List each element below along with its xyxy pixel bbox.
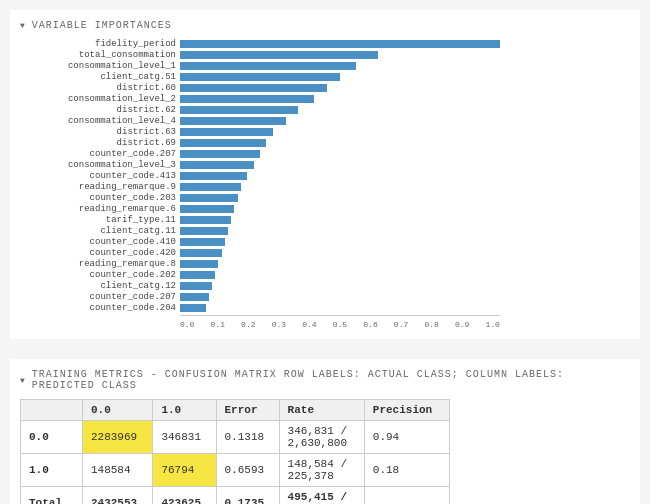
cell-precision: 0.94 xyxy=(364,421,449,454)
bar-fill xyxy=(180,282,212,290)
cell-10: 346831 xyxy=(153,421,216,454)
bar-row: counter_code.207 xyxy=(180,149,630,159)
bar-label: counter_code.204 xyxy=(20,303,180,313)
variable-importances-section: VARIABLE IMPORTANCES fidelity_periodtota… xyxy=(10,10,640,339)
x-axis-label: 0.5 xyxy=(333,320,347,329)
bar-fill xyxy=(180,106,298,114)
cell-rate: 148,584 /225,378 xyxy=(279,454,364,487)
bar-fill xyxy=(180,172,247,180)
training-metrics-title: TRAINING METRICS - CONFUSION MATRIX ROW … xyxy=(20,369,630,391)
bar-label: client_catg.12 xyxy=(20,281,180,291)
bar-row: client_catg.11 xyxy=(180,226,630,236)
bar-fill xyxy=(180,161,254,169)
row-label: 0.0 xyxy=(21,421,83,454)
x-axis-label: 0.4 xyxy=(302,320,316,329)
bar-fill xyxy=(180,139,266,147)
bar-fill xyxy=(180,84,327,92)
bar-label: counter_code.202 xyxy=(20,270,180,280)
table-row: 0.022839693468310.1318346,831 /2,630,800… xyxy=(21,421,450,454)
row-label: 1.0 xyxy=(21,454,83,487)
bar-label: counter_code.207 xyxy=(20,292,180,302)
cell-00: 148584 xyxy=(82,454,152,487)
bar-row: district.69 xyxy=(180,138,630,148)
bar-label: counter_code.410 xyxy=(20,237,180,247)
cell-rate: 346,831 /2,630,800 xyxy=(279,421,364,454)
cell-precision: 0.18 xyxy=(364,454,449,487)
table-row: Total24325534236250.1735495,415 /2,856,1… xyxy=(21,487,450,505)
x-axis-label: 0.6 xyxy=(363,320,377,329)
bar-row: counter_code.410 xyxy=(180,237,630,247)
cell-precision xyxy=(364,487,449,505)
bar-fill xyxy=(180,227,228,235)
x-axis-label: 0.2 xyxy=(241,320,255,329)
cell-error: 0.6593 xyxy=(216,454,279,487)
bar-row: counter_code.420 xyxy=(180,248,630,258)
bar-fill xyxy=(180,216,231,224)
bar-label: district.69 xyxy=(20,138,180,148)
bar-label: total_consommation xyxy=(20,50,180,60)
bar-row: counter_code.207 xyxy=(180,292,630,302)
col-header-rate: Rate xyxy=(279,400,364,421)
variable-importances-title: VARIABLE IMPORTANCES xyxy=(20,20,630,31)
bar-row: total_consommation xyxy=(180,50,630,60)
bar-row: consommation_level_3 xyxy=(180,160,630,170)
bar-row: reading_remarque.6 xyxy=(180,204,630,214)
cell-10: 76794 xyxy=(153,454,216,487)
bar-row: client_catg.51 xyxy=(180,72,630,82)
cell-10: 423625 xyxy=(153,487,216,505)
bar-fill xyxy=(180,194,238,202)
table-header-row: 0.0 1.0 Error Rate Precision xyxy=(21,400,450,421)
bar-row: consommation_level_1 xyxy=(180,61,630,71)
bar-fill xyxy=(180,62,356,70)
bar-label: client_catg.11 xyxy=(20,226,180,236)
bar-fill xyxy=(180,51,378,59)
bar-row: district.63 xyxy=(180,127,630,137)
bar-row: reading_remarque.8 xyxy=(180,259,630,269)
bar-fill xyxy=(180,73,340,81)
bar-fill xyxy=(180,128,273,136)
cell-rate: 495,415 /2,856,178 xyxy=(279,487,364,505)
bar-row: client_catg.12 xyxy=(180,281,630,291)
x-axis-label: 0.9 xyxy=(455,320,469,329)
bar-label: counter_code.207 xyxy=(20,149,180,159)
x-axis-label: 0.1 xyxy=(211,320,225,329)
bar-label: consommation_level_1 xyxy=(20,61,180,71)
bar-label: district.62 xyxy=(20,105,180,115)
table-row: 1.0148584767940.6593148,584 /225,3780.18 xyxy=(21,454,450,487)
x-axis-label: 0.8 xyxy=(424,320,438,329)
row-label: Total xyxy=(21,487,83,505)
col-header-precision: Precision xyxy=(364,400,449,421)
bar-row: tarif_type.11 xyxy=(180,215,630,225)
x-axis-label: 0.0 xyxy=(180,320,194,329)
x-axis-label: 0.3 xyxy=(272,320,286,329)
bar-fill xyxy=(180,271,215,279)
bar-label: counter_code.420 xyxy=(20,248,180,258)
bar-fill xyxy=(180,249,222,257)
bar-label: reading_remarque.6 xyxy=(20,204,180,214)
bar-row: reading_remarque.9 xyxy=(180,182,630,192)
col-header-empty xyxy=(21,400,83,421)
bar-label: reading_remarque.8 xyxy=(20,259,180,269)
bar-row: counter_code.204 xyxy=(180,303,630,313)
bar-label: client_catg.51 xyxy=(20,72,180,82)
bar-label: consommation_level_4 xyxy=(20,116,180,126)
bar-label: tarif_type.11 xyxy=(20,215,180,225)
cell-error: 0.1735 xyxy=(216,487,279,505)
bar-row: consommation_level_4 xyxy=(180,116,630,126)
bar-fill xyxy=(180,304,206,312)
bar-row: district.62 xyxy=(180,105,630,115)
bar-row: counter_code.202 xyxy=(180,270,630,280)
bar-fill xyxy=(180,150,260,158)
bar-row: fidelity_period xyxy=(180,39,630,49)
bar-fill xyxy=(180,260,218,268)
bar-label: counter_code.203 xyxy=(20,193,180,203)
bar-chart: fidelity_periodtotal_consommationconsomm… xyxy=(20,39,630,313)
col-header-10: 1.0 xyxy=(153,400,216,421)
bar-fill xyxy=(180,95,314,103)
bar-row: consommation_level_2 xyxy=(180,94,630,104)
x-axis-label: 0.7 xyxy=(394,320,408,329)
cell-00: 2432553 xyxy=(82,487,152,505)
bar-label: counter_code.413 xyxy=(20,171,180,181)
confusion-matrix-table: 0.0 1.0 Error Rate Precision 0.022839693… xyxy=(20,399,450,504)
bar-label: reading_remarque.9 xyxy=(20,182,180,192)
